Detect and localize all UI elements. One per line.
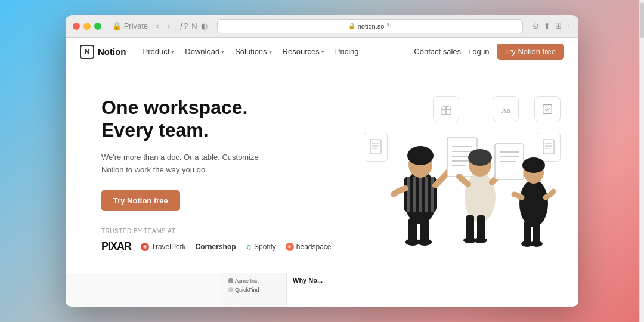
logo-pixar: PIXAR [101,240,131,253]
traffic-light-red[interactable] [73,23,80,30]
try-notion-free-nav-button[interactable]: Try Notion free [497,44,565,60]
browser-chrome: 🔒 Private ‹ › ƒ? N ◐ 🔒 notion.so ↻ ⊙ ⬆ ⊞… [66,15,578,38]
new-tab-button[interactable]: + [566,21,571,30]
trusted-logos: PIXAR ◉ TravelPerk Cornershop ♫ Spotify … [101,240,364,253]
url-text: notion.so [358,23,385,30]
hero-left: One workspace. Every team. We're more th… [101,90,364,253]
nav-link-solutions[interactable]: Solutions ▾ [230,45,276,58]
tab-private[interactable]: 🔒 Private [110,20,150,32]
mini-sidebar: Acme Inc. QuickFind [221,273,287,307]
quickfind-icon [228,287,233,292]
extension-icon-1: ƒ? [179,21,188,30]
bottom-strip: ‹ › 🏢 Acme Inc. › 🌟 What's New Share Upd… [66,273,578,307]
grid-icon[interactable]: ⊞ [555,21,562,30]
mini-sidebar-item-acme[interactable]: Acme Inc. [226,277,281,285]
chevron-down-icon: ▾ [269,49,272,55]
nav-link-resources[interactable]: Resources ▾ [278,45,329,58]
hero-subtext: We're more than a doc. Or a table. Custo… [101,151,268,177]
chevron-down-icon: ▾ [321,49,324,55]
logo-spotify: ♫ Spotify [246,242,276,252]
svg-rect-33 [466,215,474,240]
page-content: N Notion Product ▾ Download ▾ Solutions … [66,38,578,307]
nav-links: Product ▾ Download ▾ Solutions ▾ Resourc… [138,45,414,58]
nav-link-pricing[interactable]: Pricing [330,45,364,58]
chevron-down-icon: ▾ [221,49,224,55]
extension-icon-3: ◐ [201,21,208,30]
svg-rect-34 [477,215,485,240]
mini-page-content: Acme Inc. QuickFind Why No... [221,273,578,307]
nav-brand-text: Notion [98,47,126,57]
browser-actions: ⊙ ⬆ ⊞ + [532,21,571,30]
address-bar[interactable]: 🔒 notion.so ↻ [217,19,524,33]
svg-point-47 [531,241,543,247]
traffic-light-green[interactable] [94,23,101,30]
hero-section: One workspace. Every team. We're more th… [66,66,578,273]
browser-controls: 🔒 Private ‹ › [110,20,172,32]
svg-point-41 [519,179,548,227]
mini-browser: ‹ › 🏢 Acme Inc. › 🌟 What's New Share Upd… [221,273,578,307]
logo-cornershop: Cornershop [196,243,236,251]
nav-link-product[interactable]: Product ▾ [138,45,179,58]
traffic-lights [73,23,101,30]
share-icon[interactable]: ⬆ [544,21,550,30]
headspace-icon: ⊙ [286,243,294,251]
hero-illustration: Aa [364,90,555,257]
contact-sales-link[interactable]: Contact sales [414,47,461,56]
svg-point-43 [522,157,545,173]
svg-point-36 [474,237,487,243]
mini-sidebar-item-quickfind[interactable]: QuickFind [226,286,281,294]
nav-link-download[interactable]: Download ▾ [180,45,229,58]
login-link[interactable]: Log in [468,47,489,56]
travelperk-icon: ◉ [141,243,149,251]
back-button[interactable]: ‹ [154,20,161,32]
bookmark-icon[interactable]: ⊙ [532,21,539,30]
mini-main-content: Why No... [287,273,578,307]
acme-icon [228,278,233,283]
svg-rect-44 [524,221,531,244]
mini-page-title: Why No... [293,277,572,284]
svg-point-23 [417,239,432,246]
forward-button[interactable]: › [165,20,172,32]
svg-point-32 [468,149,492,166]
spotify-icon: ♫ [246,242,252,252]
logo-letter: N [85,48,90,56]
hero-headline: One workspace. Every team. [101,96,364,142]
svg-rect-45 [533,221,540,244]
logo-travelperk: ◉ TravelPerk [141,243,186,251]
browser-window: 🔒 Private ‹ › ƒ? N ◐ 🔒 notion.so ↻ ⊙ ⬆ ⊞… [66,15,578,307]
lock-icon: 🔒 [348,23,355,29]
reload-icon: ↻ [386,22,392,30]
nav-right: Contact sales Log in Try Notion free [414,44,564,60]
people-illustration [364,78,566,257]
logo-headspace: ⊙ headspace [286,243,332,251]
chevron-down-icon: ▾ [171,49,174,55]
extension-icon-2: N [191,21,197,30]
notion-logo-icon: N [80,45,94,59]
traffic-light-yellow[interactable] [83,23,91,30]
navbar: N Notion Product ▾ Download ▾ Solutions … [66,38,578,66]
try-notion-free-hero-button[interactable]: Try Notion free [101,190,180,211]
lock-icon: 🔒 [112,21,122,30]
svg-point-19 [407,146,434,165]
nav-logo[interactable]: N Notion [80,45,126,59]
trusted-label: TRUSTED BY TEAMS AT [101,228,364,234]
